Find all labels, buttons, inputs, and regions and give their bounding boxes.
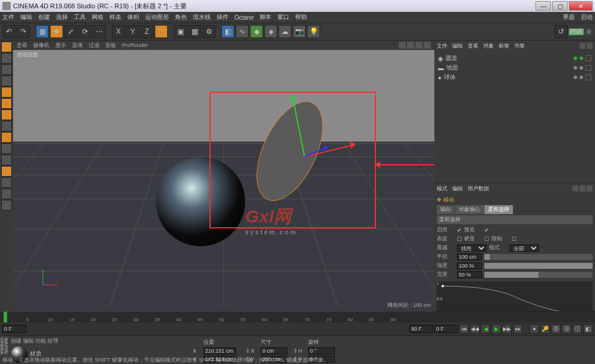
spline-button[interactable]: ∿	[236, 25, 249, 38]
render-dot[interactable]	[580, 76, 583, 79]
size-x-input[interactable]	[261, 347, 287, 354]
vp-menu-options[interactable]: 选项	[72, 42, 83, 49]
axis-mode-button[interactable]	[1, 121, 12, 131]
play-back-button[interactable]: ◀	[481, 324, 490, 334]
back-icon[interactable]	[572, 186, 578, 192]
vp-menu-display[interactable]: 显示	[55, 42, 66, 49]
vp-maximize-icon[interactable]	[424, 42, 431, 49]
move-tool[interactable]: ✥	[50, 25, 63, 38]
start-frame-input[interactable]	[2, 325, 26, 333]
undo-button[interactable]: ↶	[2, 25, 15, 38]
om-tab-file[interactable]: 文件	[437, 42, 447, 50]
end-frame-input[interactable]	[409, 325, 433, 333]
goto-end-button[interactable]: ⏭	[513, 324, 522, 334]
key-scale-button[interactable]: ⓢ	[562, 324, 571, 334]
edge-check[interactable]: ☐	[484, 236, 489, 242]
attr-tab-edit[interactable]: 编辑	[452, 185, 463, 193]
close-button[interactable]: ✕	[569, 1, 593, 11]
key-pos-button[interactable]: ⓟ	[551, 324, 560, 334]
radius-input[interactable]	[457, 253, 482, 261]
pos-x-input[interactable]	[203, 347, 236, 354]
object-row-floor[interactable]: ▬ 地面	[438, 63, 591, 73]
preview-check[interactable]: ✔	[484, 227, 489, 233]
falloff-graph[interactable]: 1 0.5 0 1	[437, 281, 593, 311]
attr-subtab-axis[interactable]: 轴向	[437, 205, 455, 214]
locked-workplane-button[interactable]	[1, 189, 12, 199]
render-view-button[interactable]: ▣	[174, 25, 187, 38]
om-tab-bookmarks[interactable]: 书签	[514, 42, 525, 50]
limit-check[interactable]: ☐	[512, 236, 516, 242]
camera-button[interactable]: 📷	[293, 25, 306, 38]
texture-mode-button[interactable]	[1, 64, 12, 75]
menu-octane[interactable]: Octane	[234, 14, 253, 21]
enable-axis-button[interactable]	[1, 132, 12, 143]
width-input[interactable]	[457, 271, 482, 278]
mat-tab-create[interactable]: 创建	[11, 338, 21, 344]
attr-subtab-pivot[interactable]: 对象轴心	[455, 205, 484, 214]
menu-mograph[interactable]: 运动图形	[145, 13, 169, 21]
key-rot-button[interactable]: ⓡ	[572, 324, 582, 334]
visibility-dot[interactable]	[574, 66, 577, 70]
model-mode-button[interactable]	[1, 53, 12, 64]
width-slider[interactable]	[484, 272, 593, 278]
scale-tool[interactable]: ⤢	[64, 25, 77, 38]
workplane-edit-button[interactable]	[1, 177, 12, 188]
3d-viewport[interactable]: GxI网 system.com Y X Z 透视视图 网格间距 : 100 cm	[13, 50, 434, 312]
move-gizmo[interactable]	[269, 86, 364, 216]
render-settings-button[interactable]: ⚙	[202, 25, 215, 38]
point-mode-button[interactable]	[1, 87, 12, 98]
menu-edit[interactable]: 编辑	[20, 13, 32, 21]
tag-icon[interactable]	[585, 55, 591, 61]
falloff-mode-select[interactable]: 线性	[457, 244, 487, 252]
vp-menu-view[interactable]: 查看	[17, 42, 27, 49]
menu-tools[interactable]: 工具	[74, 13, 86, 21]
axis-x-button[interactable]: X	[112, 25, 125, 38]
om-tab-edit[interactable]: 编辑	[452, 42, 463, 50]
minimize-button[interactable]: —	[536, 1, 551, 11]
attr-subtab-softsel[interactable]: 柔和选择	[484, 205, 513, 214]
attr-tab-userdata[interactable]: 用户数据	[468, 185, 489, 193]
menu-select[interactable]: 选择	[56, 13, 68, 21]
vp-zoom-icon[interactable]	[407, 42, 414, 49]
vp-pan-icon[interactable]	[399, 42, 406, 49]
key-param-button[interactable]: ◧	[583, 324, 593, 334]
visibility-dot[interactable]	[574, 57, 577, 60]
viewport-solo-button[interactable]	[1, 143, 12, 154]
enable-check[interactable]: ✔	[457, 227, 462, 233]
select-tool[interactable]: ▦	[36, 25, 49, 38]
environment-button[interactable]: ☁	[278, 25, 292, 38]
object-row-disc[interactable]: ◉ 圆盘	[438, 54, 591, 63]
reset-psr-button[interactable]: ↺	[555, 25, 568, 38]
radius-slider[interactable]	[484, 254, 593, 260]
planar-workplane-button[interactable]	[1, 200, 12, 211]
coord-system-button[interactable]: ⬚	[155, 25, 168, 38]
render-dot[interactable]	[580, 66, 583, 70]
current-frame-input[interactable]	[434, 325, 458, 333]
menu-startup[interactable]: 启动	[581, 13, 593, 21]
strength-input[interactable]	[457, 262, 482, 269]
vp-orbit-icon[interactable]	[415, 42, 422, 49]
menu-mesh[interactable]: 网格	[92, 13, 104, 21]
play-forward-button[interactable]: ▶	[491, 324, 501, 334]
object-row-sphere[interactable]: ● 球体	[438, 73, 591, 82]
rotate-tool[interactable]: ⟳	[79, 25, 92, 38]
menu-help[interactable]: 帮助	[295, 13, 307, 21]
snap-button[interactable]	[1, 155, 12, 165]
vp-menu-filter[interactable]: 过滤	[89, 42, 99, 49]
goto-start-button[interactable]: ⏮	[459, 324, 469, 334]
vp-menu-prorender[interactable]: ProRender	[122, 42, 148, 48]
next-key-button[interactable]: ▶▶	[502, 324, 512, 334]
form-mode-select[interactable]: 全部	[509, 244, 539, 252]
maximize-button[interactable]: ▢	[552, 1, 568, 11]
timeline-ruler[interactable]: 0 5 10 15 20 25 30 35 40 45 50 55 60 65 …	[0, 312, 595, 322]
mat-tab-func[interactable]: 功能	[35, 338, 46, 344]
tag-icon[interactable]	[585, 74, 591, 80]
cube-primitive-button[interactable]: ◧	[221, 25, 234, 38]
generator-button[interactable]: ◆	[250, 25, 263, 38]
om-tab-object[interactable]: 对象	[483, 42, 494, 50]
snap-settings-button[interactable]	[1, 166, 12, 177]
deformer-button[interactable]: ◈	[264, 25, 277, 38]
menu-interface[interactable]: 界面	[563, 13, 575, 21]
polygon-mode-button[interactable]	[1, 109, 12, 120]
redo-button[interactable]: ↷	[17, 25, 30, 38]
